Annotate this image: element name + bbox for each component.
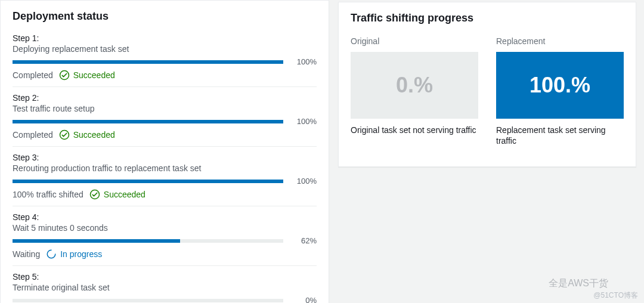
step-status: Succeeded: [89, 189, 145, 200]
progress-bar: [13, 299, 283, 302]
step-state: 100% traffic shifted: [13, 190, 83, 199]
step-desc: Deploying replacement task set: [13, 44, 317, 54]
step-desc: Test traffic route setup: [13, 104, 317, 113]
deployment-step: Step 4: Wait 5 minutes 0 seconds 62% Wai…: [13, 212, 317, 266]
deployment-status-title: Deployment status: [13, 10, 317, 23]
step-state: Completed: [13, 70, 53, 80]
progress-pct: 100%: [292, 177, 317, 185]
progress-bar: [13, 180, 283, 183]
step-state: Completed: [13, 130, 53, 140]
step-desc: Wait 5 minutes 0 seconds: [13, 223, 317, 233]
success-check-icon: [89, 189, 100, 200]
step-desc: Rerouting production traffic to replacem…: [13, 163, 317, 173]
progress-bar: [13, 239, 283, 243]
progress-pct: 100%: [292, 117, 317, 126]
traffic-original-desc: Original task set not serving traffic: [351, 125, 478, 135]
traffic-shifting-title: Traffic shifting progress: [351, 12, 624, 24]
traffic-replacement-desc: Replacement task set serving traffic: [496, 125, 624, 146]
step-title: Step 5:: [13, 272, 317, 282]
deployment-step: Step 1: Deploying replacement task set 1…: [13, 33, 317, 87]
progress-bar: [13, 60, 283, 64]
divider: [13, 146, 317, 147]
step-desc: Terminate original task set: [13, 283, 317, 292]
success-check-icon: [59, 70, 70, 81]
step-title: Step 4:: [13, 212, 317, 222]
divider: [13, 206, 317, 206]
watermark-51cto: @51CTO博客: [593, 290, 638, 301]
divider: [13, 86, 317, 87]
step-title: Step 3:: [13, 153, 317, 162]
step-state: Waiting: [13, 249, 40, 259]
traffic-replacement-col: Replacement 100.% Replacement task set s…: [496, 36, 624, 146]
traffic-replacement-pct: 100.%: [496, 52, 624, 119]
svg-point-1: [60, 131, 69, 140]
deployment-step: Step 3: Rerouting production traffic to …: [13, 153, 317, 206]
progress-bar: [13, 120, 283, 123]
progress-pct: 62%: [292, 236, 317, 245]
deployment-step: Step 2: Test traffic route setup 100% Co…: [13, 93, 317, 147]
success-check-icon: [59, 129, 70, 140]
step-status: Succeeded: [59, 129, 115, 140]
progress-pct: 100%: [292, 57, 317, 66]
traffic-replacement-label: Replacement: [496, 36, 624, 46]
svg-point-2: [90, 190, 99, 199]
progress-pct: 0%: [292, 296, 317, 303]
traffic-original-pct: 0.%: [351, 52, 478, 119]
watermark-wechat: 全是AWS干货: [549, 277, 608, 290]
in-progress-icon: [46, 249, 57, 259]
deployment-step: Step 5: Terminate original task set 0% N…: [13, 272, 317, 303]
traffic-original-label: Original: [351, 36, 478, 46]
step-title: Step 1:: [13, 33, 317, 43]
step-status: Succeeded: [59, 70, 115, 81]
step-title: Step 2:: [13, 93, 317, 103]
step-status: In progress: [46, 249, 102, 259]
svg-point-0: [60, 71, 69, 80]
traffic-original-col: Original 0.% Original task set not servi…: [351, 36, 478, 146]
traffic-shifting-panel: Traffic shifting progress Original 0.% O…: [338, 2, 636, 167]
deployment-status-panel: Deployment status Step 1: Deploying repl…: [0, 0, 329, 303]
divider: [13, 265, 317, 266]
